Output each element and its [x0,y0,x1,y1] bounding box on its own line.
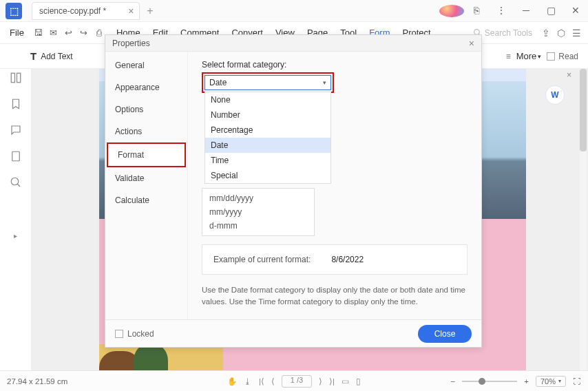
example-label: Example of current format: [213,255,311,264]
close-button[interactable]: Close [418,325,472,343]
page-dimensions: 27.94 x 21.59 cm [7,377,67,385]
add-text-button[interactable]: T Add Text [30,50,73,62]
side-validate[interactable]: Validate [105,167,187,189]
mail-icon[interactable]: ✉ [46,28,61,38]
avatar-icon[interactable] [439,4,464,17]
thumbnails-icon[interactable] [10,72,22,84]
comment-icon[interactable] [10,124,22,136]
format-category-dropdown: None Number Percentage Date Time Special [204,92,331,184]
option-none[interactable]: None [205,92,330,107]
option-time[interactable]: Time [205,153,330,168]
bookmark-icon[interactable] [10,98,22,110]
fit-page-icon[interactable]: ▯ [356,377,361,386]
share-icon[interactable]: ⇪ [542,28,550,39]
format-category-select[interactable]: Date ▾ [204,75,331,90]
properties-dialog: Properties × General Appearance Options … [105,34,482,348]
select-tool-icon[interactable]: ⭳ [244,377,252,385]
option-number[interactable]: Number [205,107,330,123]
side-appearance[interactable]: Appearance [105,76,187,98]
dialog-close-icon[interactable]: × [469,38,474,49]
svg-rect-4 [12,151,19,161]
option-special[interactable]: Special [205,168,330,183]
option-percentage[interactable]: Percentage [205,123,330,138]
format-category-label: Select format category: [202,60,468,70]
scrollbar-thumb[interactable] [580,69,587,151]
close-info-icon[interactable]: × [567,70,571,80]
search-panel-icon[interactable] [10,176,22,189]
close-tab-icon[interactable]: × [128,6,134,17]
locked-checkbox[interactable] [115,330,123,338]
document-tab[interactable]: science-copy.pdf * × [32,2,140,20]
svg-point-5 [11,178,19,185]
first-page-icon[interactable]: |⟨ [259,377,264,386]
date-format-item[interactable]: d-mmm [209,219,307,233]
format-help-text: Use the Date format category to display … [202,284,468,308]
svg-rect-2 [11,73,14,83]
file-menu[interactable]: File [3,28,31,38]
fullscreen-icon[interactable]: ⛶ [573,377,581,385]
align-icon[interactable]: ≡ [506,52,511,61]
last-page-icon[interactable]: ⟩| [329,377,335,386]
cloud-icon[interactable]: ⬡ [557,28,565,39]
redo-icon[interactable]: ↪ [76,28,92,38]
format-example-box: Example of current format: 8/6/2022 [202,244,468,275]
page-artwork [99,344,223,370]
hand-tool-icon[interactable]: ✋ [227,377,237,386]
app-action-icon[interactable]: ⎘ [464,5,489,16]
zoom-thumb[interactable] [479,378,485,385]
locked-toggle[interactable]: Locked [115,329,154,339]
side-actions[interactable]: Actions [105,120,187,142]
side-calculate[interactable]: Calculate [105,189,187,211]
save-icon[interactable]: 🖫 [31,28,46,38]
app-logo: ⬚ [6,3,22,19]
chevron-down-icon: ▾ [323,79,326,86]
option-date[interactable]: Date [205,138,330,153]
read-toggle[interactable]: Read [547,52,578,61]
hamburger-icon[interactable]: ☰ [572,28,581,39]
kebab-menu-icon[interactable]: ⋮ [489,5,514,16]
window-close-button[interactable]: ✕ [563,5,588,16]
date-format-item[interactable]: mm/dd/yyyy [209,191,307,205]
dialog-title: Properties [112,39,150,48]
expand-left-icon[interactable]: ▸ [14,232,17,240]
more-button[interactable]: More▾ [516,51,542,61]
add-tab-button[interactable]: + [147,5,153,17]
side-format[interactable]: Format [107,142,186,167]
side-options[interactable]: Options [105,98,187,120]
zoom-in-icon[interactable]: + [524,377,529,385]
zoom-slider[interactable] [462,381,517,382]
format-select-highlight: Date ▾ None Number Percentage Date Time … [202,72,334,93]
svg-rect-3 [17,73,20,83]
fit-width-icon[interactable]: ▭ [342,377,349,386]
example-value: 8/6/2022 [331,255,364,264]
minimize-button[interactable]: ─ [514,5,538,16]
read-checkbox[interactable] [547,52,555,61]
zoom-out-icon[interactable]: − [451,377,456,385]
maximize-button[interactable]: ▢ [538,5,563,16]
undo-icon[interactable]: ↩ [61,28,76,38]
next-page-icon[interactable]: ⟩ [319,377,322,386]
date-format-list[interactable]: mm/dd/yyyy mm/yyyy d-mmm [202,188,315,236]
prev-page-icon[interactable]: ⟨ [271,377,275,386]
word-export-icon[interactable]: W [545,85,565,105]
svg-line-6 [17,184,20,187]
tab-title: science-copy.pdf * [39,6,106,16]
text-icon: T [30,50,36,62]
date-format-item[interactable]: mm/yyyy [209,205,307,219]
side-general[interactable]: General [105,54,187,76]
zoom-select[interactable]: 70%▾ [536,376,566,387]
attachment-icon[interactable] [10,150,22,162]
page-input[interactable]: 1 /3 [282,375,312,388]
